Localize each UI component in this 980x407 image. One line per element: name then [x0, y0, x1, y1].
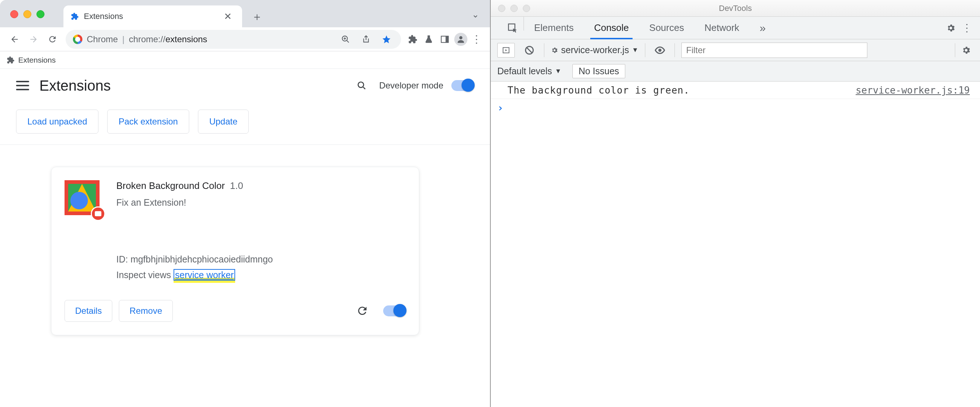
reload-extension-icon[interactable]	[356, 305, 369, 317]
console-filter-input[interactable]	[681, 43, 867, 58]
close-window-button[interactable]	[10, 10, 18, 18]
tab-title: Extensions	[84, 12, 216, 21]
log-levels-selector[interactable]: Default levels ▼	[497, 66, 562, 76]
window-controls	[10, 10, 45, 18]
browser-tab[interactable]: Extensions ✕	[64, 5, 242, 27]
console-log-row[interactable]: The background color is green. service-w…	[491, 82, 980, 99]
update-button[interactable]: Update	[198, 109, 249, 134]
devtools-menu-button[interactable]: ⋮	[962, 22, 973, 34]
close-window-button[interactable]	[498, 5, 505, 12]
svg-point-13	[659, 48, 662, 52]
console-filter-bar: Default levels ▼ No Issues	[491, 61, 980, 82]
minimize-window-button[interactable]	[23, 10, 31, 18]
page-title: Extensions	[40, 78, 344, 94]
extension-card: Broken Background Color 1.0 Fix an Exten…	[51, 167, 419, 335]
console-output: The background color is green. service-w…	[491, 82, 980, 407]
developer-mode-label: Developer mode	[379, 81, 443, 91]
menu-icon[interactable]	[16, 79, 29, 92]
console-settings-icon[interactable]	[959, 43, 974, 57]
console-log-source-link[interactable]: service-worker.js:19	[856, 85, 970, 96]
clear-console-icon[interactable]	[521, 42, 538, 58]
share-icon[interactable]	[359, 32, 373, 47]
browser-toolbar: Chrome | chrome://extensions	[0, 27, 490, 51]
chrome-menu-button[interactable]: ⋮	[469, 32, 484, 47]
extension-actions-row: Load unpacked Pack extension Update	[0, 102, 490, 145]
remove-button[interactable]: Remove	[119, 300, 172, 322]
tab-elements[interactable]: Elements	[524, 17, 584, 39]
address-text: Chrome | chrome://extensions	[87, 34, 207, 44]
extension-id: ID: mgfbhjnibhjdehcphiocaoiediidmngo	[116, 252, 406, 267]
bookmark-bar: Extensions	[0, 51, 490, 69]
chrome-logo-icon	[73, 35, 83, 44]
developer-mode-row: Developer mode	[379, 80, 474, 91]
tab-search-button[interactable]: ⌄	[472, 10, 479, 20]
tab-network[interactable]: Network	[694, 17, 749, 39]
tab-strip: Extensions ✕ ＋ ⌄	[0, 0, 490, 27]
maximize-window-button[interactable]	[37, 10, 45, 18]
reload-button[interactable]	[44, 30, 61, 48]
extensions-content: Broken Background Color 1.0 Fix an Exten…	[0, 145, 490, 357]
inspect-element-icon[interactable]	[502, 17, 523, 39]
live-expression-icon[interactable]	[652, 42, 668, 58]
devtools-tablist: Elements Console Sources Network » ⋮	[491, 17, 980, 39]
console-toolbar: service-worker.js ▼	[491, 39, 980, 61]
devtools-titlebar: DevTools	[491, 0, 980, 17]
devtools-window: DevTools Elements Console Sources Networ…	[490, 0, 980, 407]
address-bar[interactable]: Chrome | chrome://extensions	[65, 30, 401, 49]
gear-icon[interactable]	[943, 21, 958, 35]
puzzle-icon	[71, 13, 79, 21]
issues-button[interactable]: No Issues	[573, 64, 625, 78]
execution-context-selector[interactable]: service-worker.js ▼	[551, 45, 638, 55]
developer-mode-toggle[interactable]	[451, 80, 474, 91]
console-sidebar-toggle[interactable]	[497, 43, 515, 57]
service-worker-link[interactable]: service worker	[173, 269, 235, 281]
back-button[interactable]	[6, 30, 23, 48]
labs-icon[interactable]	[422, 32, 436, 47]
more-tabs-button[interactable]: »	[749, 17, 776, 39]
profile-avatar[interactable]	[453, 32, 468, 47]
svg-point-7	[358, 82, 363, 87]
extensions-icon[interactable]	[406, 32, 420, 47]
zoom-icon[interactable]	[338, 32, 353, 47]
tab-console[interactable]: Console	[584, 17, 639, 39]
puzzle-icon	[6, 56, 14, 64]
svg-line-8	[363, 87, 365, 89]
unpacked-badge-icon	[91, 206, 105, 221]
chrome-browser-window: Extensions ✕ ＋ ⌄ Chrome | chrome://ext	[0, 0, 490, 407]
console-prompt[interactable]: ›	[491, 99, 980, 117]
extension-version: 1.0	[230, 180, 243, 192]
extension-description: Fix an Extension!	[116, 197, 406, 208]
pack-extension-button[interactable]: Pack extension	[107, 109, 189, 134]
extension-icon	[65, 180, 102, 218]
inspect-views-row: Inspect views service worker	[116, 267, 406, 283]
new-tab-button[interactable]: ＋	[249, 8, 266, 25]
load-unpacked-button[interactable]: Load unpacked	[16, 109, 99, 134]
search-icon[interactable]	[355, 78, 369, 93]
svg-rect-5	[445, 36, 449, 42]
devtools-window-controls	[498, 5, 530, 12]
maximize-window-button[interactable]	[523, 5, 530, 12]
extension-name: Broken Background Color	[116, 180, 225, 192]
svg-line-12	[527, 48, 532, 53]
bookmark-star-icon[interactable]	[379, 32, 394, 47]
extensions-header: Extensions Developer mode	[0, 69, 490, 102]
gear-icon	[551, 47, 558, 54]
devtools-title: DevTools	[719, 4, 752, 13]
svg-point-6	[460, 36, 463, 39]
console-log-message: The background color is green.	[501, 85, 856, 96]
tab-sources[interactable]: Sources	[639, 17, 694, 39]
extension-enabled-toggle[interactable]	[383, 306, 406, 316]
forward-button[interactable]	[25, 30, 42, 48]
close-tab-button[interactable]: ✕	[221, 10, 235, 24]
bookmark-item[interactable]: Extensions	[18, 56, 56, 65]
side-panel-icon[interactable]	[438, 32, 452, 47]
details-button[interactable]: Details	[65, 300, 112, 322]
minimize-window-button[interactable]	[511, 5, 518, 12]
svg-line-1	[347, 40, 348, 42]
